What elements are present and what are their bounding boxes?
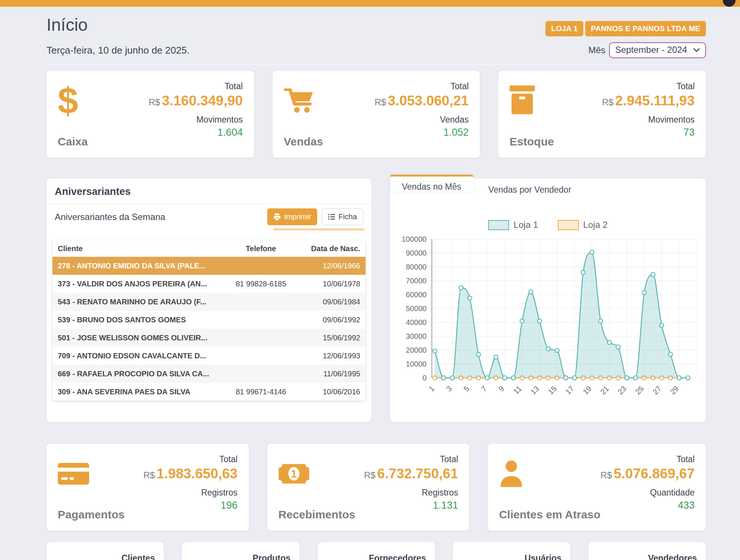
stat-card-estoque: Estoque Total R$ 2.945.111,93 Movimentos… [498,71,706,158]
col-header-cliente: Cliente [58,244,223,253]
count-label: Movimentos [148,115,243,125]
count-value: 73 [602,127,695,138]
count-label: Registros [364,488,458,498]
legend-item-loja1: Loja 1 [488,220,538,230]
mini-card-usuarios[interactable]: Usuários [453,542,570,560]
loja2-swatch [558,220,579,230]
user-icon [499,454,601,493]
svg-text:17: 17 [564,384,575,396]
svg-text:60000: 60000 [406,290,427,299]
birthdays-table: Cliente Telefone Data de Nasc. 278 - ANT… [52,240,366,401]
navbar-profile-icon[interactable] [723,0,736,7]
currency-label: R$ [143,470,155,480]
svg-text:3: 3 [445,384,453,393]
mini-card-clientes[interactable]: Clientes [46,542,164,560]
svg-text:100000: 100000 [401,235,427,243]
mini-card-produtos[interactable]: Produtos [182,542,299,560]
panel-divider [46,204,371,204]
svg-text:13: 13 [529,384,541,396]
tab-vendas-por-vendedor[interactable]: Vendas por Vendedor [473,178,586,195]
total-amount: 5.076.869,67 [614,466,695,481]
table-row[interactable]: 539 - BRUNO DOS SANTOS GOMES 09/06/1992 [52,311,366,329]
stat-card-label: Estoque [509,135,554,148]
stat-card-label: Caixa [58,135,88,148]
credit-card-icon [58,454,124,493]
count-label: Registros [143,488,237,498]
count-label: Movimentos [602,115,695,125]
dollar-sign-icon: $ [58,81,88,120]
svg-text:90000: 90000 [406,249,427,257]
total-label: Total [602,81,695,91]
month-select-value: September - 2024 [615,45,687,55]
svg-text:50000: 50000 [406,304,427,313]
page-header: Início LOJA 1 PANNOS E PANNOS LTDA ME [46,15,706,36]
loja1-swatch [488,220,509,230]
table-row[interactable]: 669 - RAFAELA PROCOPIO DA SILVA CA... 11… [52,365,366,383]
svg-text:1: 1 [427,384,436,393]
col-header-nascimento: Data de Nasc. [298,244,360,253]
stat-card-clientes-atraso: Clientes em Atraso Total R$ 5.076.869,67… [488,444,706,531]
ficha-button[interactable]: Ficha [322,208,363,225]
stat-card-label: Pagamentos [58,508,124,521]
table-row[interactable]: 501 - JOSE WELISSON GOMES OLIVEIR... 15/… [52,329,366,347]
mini-card-fornecedores[interactable]: Fornecedores [318,542,435,560]
svg-text:11: 11 [512,384,523,395]
svg-text:27: 27 [651,384,663,396]
tab-vendas-no-mes[interactable]: Vendas no Mês [390,175,473,192]
total-label: Total [148,81,243,91]
svg-text:21: 21 [599,384,610,396]
stat-card-label: Recebimentos [279,508,355,521]
svg-text:20000: 20000 [406,346,427,354]
store-badge[interactable]: LOJA 1 [545,21,583,36]
birthdays-panel: Aniversariantes Aniversariantes da Seman… [46,178,371,422]
svg-text:23: 23 [616,384,628,396]
table-row[interactable]: 373 - VALDIR DOS ANJOS PEREIRA (AN... 81… [52,275,366,293]
section-divider [46,64,706,65]
stat-card-recebimentos: 1 Recebimentos Total R$ 6.732.750,61 Reg… [267,444,470,531]
total-label: Total [364,454,458,464]
stat-card-caixa: $ Caixa Total R$ 3.160.349,90 Movimentos… [46,71,254,158]
table-row-selected[interactable]: 278 - ANTONIO EMIDIO DA SILVA (PALE... 1… [52,257,366,275]
box-icon [509,81,554,120]
count-value: 1.052 [374,127,469,138]
chart-legend: Loja 1 Loja 2 [397,220,698,230]
count-label: Quantidade [601,488,695,498]
currency-label: R$ [602,97,614,107]
currency-label: R$ [374,97,386,107]
svg-text:9: 9 [497,384,506,393]
svg-text:30000: 30000 [406,332,427,340]
mini-card-vendedores[interactable]: Vendedores [589,542,706,560]
stat-card-vendas: Vendas Total R$ 3.053.060,21 Vendas 1.05… [273,71,480,158]
count-value: 433 [601,500,695,511]
svg-text:29: 29 [668,384,680,396]
month-label: Mês [589,45,605,55]
svg-text:7: 7 [479,384,488,393]
table-row[interactable]: 709 - ANTONIO EDSON CAVALCANTE D... 12/0… [52,347,366,365]
sales-line-chart: 0100002000030000400005000060000700008000… [397,232,698,408]
stat-card-label: Vendas [284,135,323,148]
count-value: 1.131 [364,500,458,511]
svg-text:19: 19 [581,384,593,396]
dashboard-page: Início LOJA 1 PANNOS E PANNOS LTDA ME Te… [0,0,740,560]
buttons-underline [273,228,365,231]
sales-tabs: Vendas no Mês Vendas por Vendedor [390,178,706,202]
currency-label: R$ [601,470,612,480]
count-value: 1.604 [148,127,243,138]
stat-card-pagamentos: Pagamentos Total R$ 1.983.650,63 Registr… [46,444,249,531]
svg-text:5: 5 [462,384,471,393]
top-navbar [0,0,740,7]
total-label: Total [143,454,237,464]
col-header-telefone: Telefone [223,244,298,253]
print-button[interactable]: Imprimir [267,208,317,225]
table-row[interactable]: 543 - RENATO MARINHO DE ARAUJO (F... 09/… [52,293,366,311]
money-bill-icon: 1 [279,454,355,493]
birthdays-title: Aniversariantes [52,186,366,198]
sales-panel: Vendas no Mês Vendas por Vendedor Loja 1… [390,178,706,422]
svg-text:0: 0 [422,374,427,382]
list-icon [328,214,335,220]
month-select[interactable]: September - 2024 [609,42,706,58]
total-label: Total [374,81,469,91]
table-row[interactable]: 309 - ANA SEVERINA PAES DA SILVA 81 9967… [52,383,366,401]
printer-icon [273,213,281,221]
company-badge[interactable]: PANNOS E PANNOS LTDA ME [585,21,706,36]
